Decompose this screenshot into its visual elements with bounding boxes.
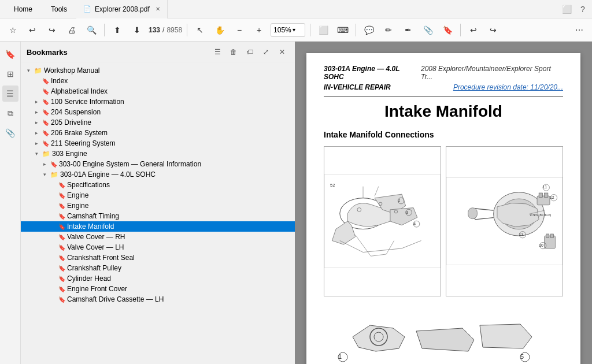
tree-label-alpha-index: Alphabetical Index [51,87,108,95]
tree-item-camshaft-timing[interactable]: 🔖Camshaft Timing [21,211,295,221]
tree-item-engine1[interactable]: 🔖Engine [21,190,295,200]
window-icon[interactable]: ⬜ [562,5,571,14]
pdf-page: 303-01A Engine — 4.0L SOHC 2008 Explorer… [306,53,580,364]
draw-btn[interactable]: ✒ [400,22,416,38]
tools-tab[interactable]: Tools [44,0,74,18]
tree-expand-100-service[interactable] [32,98,40,106]
zoom-in-btn[interactable]: + [251,22,267,38]
bookmark-icon-engine1: 🔖 [58,192,65,199]
tree-expand-workshop[interactable] [24,66,32,75]
tree-item-303-engine[interactable]: 📁303 Engine [21,148,295,159]
tree-expand-303-engine[interactable] [32,150,40,158]
bookmark-icon-intake-manifold: 🔖 [58,224,65,230]
tree-expand-303-00[interactable] [40,160,49,168]
tree-item-intake-manifold[interactable]: 🔖Intake Manifold [21,221,295,232]
main-layout: 🔖 ⊞ ☰ ⧉ 📎 Bookmarks ☰ 🗑 🏷 ⤢ ✕ 📁Workshop … [0,42,592,364]
cursor-tool-btn[interactable]: ↖ [192,22,208,38]
tree-label-workshop: Workshop Manual [44,66,100,75]
pdf-bottom-diagrams: 1 5 [324,302,563,364]
nav-down-btn[interactable]: ⬇ [129,22,145,38]
pdf-title: Intake Manifold [324,102,563,121]
select-tool-btn[interactable]: ⬜ [315,22,331,38]
print-btn[interactable]: 🖨 [64,22,80,38]
tree-item-camshaft-drive-cassette-lh[interactable]: 🔖Camshaft Drive Cassette — LH [21,294,295,304]
tree-expand-205-driveline[interactable] [32,118,40,127]
sidebar-icon-attach[interactable]: 📎 [2,125,18,141]
tree-item-workshop[interactable]: 📁Workshop Manual [21,65,295,76]
bookmark-icon-valve-cover-rh: 🔖 [58,234,65,240]
stamp-btn[interactable]: 🔖 [439,22,456,38]
tree-label-303-01a: 303-01A Engine — 4.0L SOHC [60,170,156,179]
tree-label-crankshaft-front-seal: Crankshaft Front Seal [67,254,135,262]
tree-expand-211-steering[interactable] [32,139,40,147]
tree-item-valve-cover-lh[interactable]: 🔖Valve Cover — LH [21,242,295,252]
tree-item-205-driveline[interactable]: 🔖205 Driveline [21,117,295,128]
tree-expand-index [32,77,40,85]
zoom-fit-btn[interactable]: 🔍 [83,22,99,38]
forward-btn[interactable]: ↪ [44,22,60,38]
sidebar-tag-btn[interactable]: 🏷 [243,45,257,59]
pdf-header-right: 2008 Explorer/Mountaineer/Explorer Sport… [421,65,563,81]
tree-expand-specifications [49,181,57,189]
sidebar-menu-btn[interactable]: ☰ [210,45,224,59]
tree-item-crankshaft-front-seal[interactable]: 🔖Crankshaft Front Seal [21,252,295,263]
tree-item-303-00[interactable]: 🔖303-00 Engine System — General Informat… [21,159,295,169]
attach-btn[interactable]: 📎 [420,22,436,38]
zoom-dropdown-icon[interactable]: ▾ [293,27,295,33]
tree-label-303-00: 303-00 Engine System — General Informati… [59,160,201,168]
tree-item-cylinder-head[interactable]: 🔖Cylinder Head [21,273,295,284]
tree-item-engine-front-cover[interactable]: 🔖Engine Front Cover [21,284,295,294]
tree-item-211-steering[interactable]: 🔖211 Steering System [21,138,295,148]
svg-text:9 Nm (80 lb·in): 9 Nm (80 lb·in) [530,213,551,217]
tree-label-303-engine: 303 Engine [52,150,87,158]
comment-btn[interactable]: 💬 [361,22,377,38]
tree-item-303-01a[interactable]: 📁303-01A Engine — 4.0L SOHC [21,169,295,180]
tree-label-204-suspension: 204 Suspension [51,108,101,116]
tree-item-206-brake[interactable]: 🔖206 Brake System [21,128,295,138]
tree-expand-204-suspension[interactable] [32,108,40,116]
tree-item-100-service[interactable]: 🔖100 Service Information [21,96,295,107]
tree-expand-206-brake[interactable] [32,129,40,137]
typewriter-btn[interactable]: ⌨ [335,22,351,38]
tree-item-specifications[interactable]: 🔖Specifications [21,180,295,190]
tab-close-button[interactable]: ✕ [156,6,160,12]
bookmark-toolbar-btn[interactable]: ☆ [5,22,21,38]
help-icon[interactable]: ? [578,5,587,14]
tree-item-crankshaft-pulley[interactable]: 🔖Crankshaft Pulley [21,263,295,273]
tree-item-valve-cover-rh[interactable]: 🔖Valve Cover — RH [21,232,295,242]
redo-btn[interactable]: ↪ [485,22,501,38]
home-tab[interactable]: Home [5,0,42,18]
tree-item-204-suspension[interactable]: 🔖204 Suspension [21,107,295,117]
bookmark-tree[interactable]: 📁Workshop Manual🔖Index🔖Alphabetical Inde… [21,63,295,364]
svg-rect-19 [539,193,542,198]
title-right-actions: ⬜ ? [562,5,587,14]
folder-icon-workshop: 📁 [34,67,42,75]
right-diagram: 11 12 9 Nm (80 lb·in) 13 [446,146,563,296]
sidebar-header-actions: ☰ 🗑 🏷 ⤢ ✕ [210,45,289,59]
sidebar-delete-btn[interactable]: 🗑 [227,45,240,59]
tree-expand-303-01a[interactable] [40,170,49,179]
hand-tool-btn[interactable]: ✋ [212,22,228,38]
tree-item-index[interactable]: 🔖Index [21,76,295,86]
sidebar-icon-layers[interactable]: ⧉ [2,105,18,121]
tab-inactive[interactable]: 📄 Explorer 2008.pdf ✕ [76,0,168,18]
tree-item-alpha-index[interactable]: 🔖Alphabetical Index [21,86,295,96]
svg-rect-20 [545,193,548,198]
content-area[interactable]: 303-01A Engine — 4.0L SOHC 2008 Explorer… [295,42,592,364]
back-btn[interactable]: ↩ [24,22,40,38]
more-tools-btn[interactable]: ⋯ [571,22,587,38]
pdf-divider [324,96,563,96]
tree-expand-crankshaft-pulley [49,264,57,272]
zoom-box[interactable]: 105% ▾ [271,23,305,37]
tree-item-engine2[interactable]: 🔖Engine [21,200,295,211]
sidebar-icon-bookmark[interactable]: 🔖 [2,46,18,62]
sidebar-close-btn[interactable]: ✕ [275,45,289,59]
sidebar-expand-btn[interactable]: ⤢ [259,45,273,59]
undo-btn[interactable]: ↩ [465,22,482,38]
nav-up-btn[interactable]: ⬆ [109,22,125,38]
sidebar-icon-thumb[interactable]: ⊞ [2,66,18,82]
right-diagram-svg: 11 12 9 Nm (80 lb·in) 13 [446,147,563,296]
zoom-out-btn[interactable]: − [231,22,247,38]
sidebar-icon-toc[interactable]: ☰ [2,86,18,102]
highlight-btn[interactable]: ✏ [380,22,397,38]
